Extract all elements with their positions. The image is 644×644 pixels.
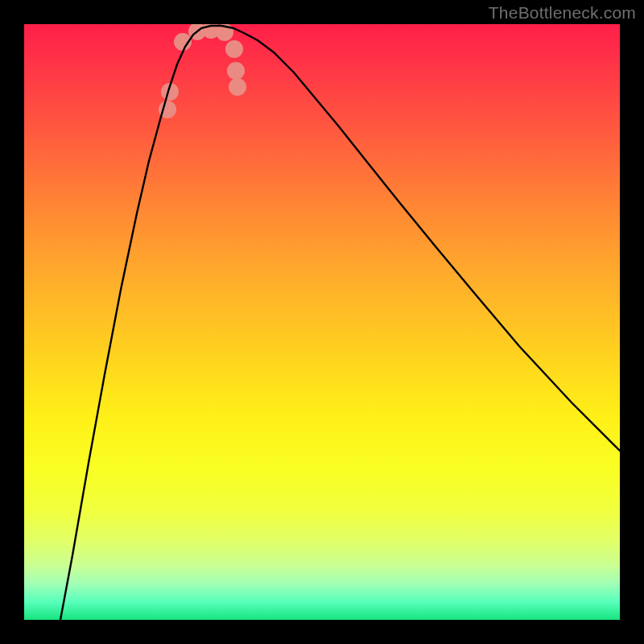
trough-marker [229, 78, 246, 96]
watermark-text: TheBottleneck.com [489, 3, 636, 23]
trough-marker-group [159, 24, 246, 118]
curve-svg [24, 24, 620, 620]
trough-marker [227, 62, 245, 80]
plot-area [24, 24, 620, 620]
trough-marker [225, 40, 243, 58]
bottleneck-curve [60, 26, 620, 620]
outer-frame: TheBottleneck.com [0, 0, 644, 644]
